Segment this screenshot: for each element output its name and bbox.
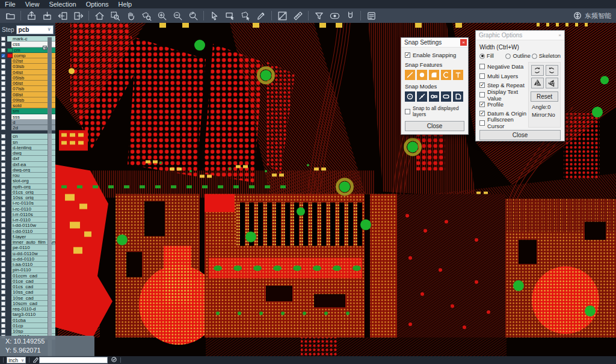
layer-checkbox[interactable] bbox=[1, 251, 5, 256]
layer-checkbox[interactable] bbox=[1, 312, 5, 316]
panel-icon[interactable] bbox=[363, 9, 379, 22]
layer-checkbox[interactable] bbox=[1, 173, 5, 177]
checkbox[interactable] bbox=[479, 120, 485, 126]
rotate-cw-button[interactable] bbox=[531, 65, 544, 76]
layer-checkbox[interactable] bbox=[1, 279, 5, 283]
radio-outline[interactable]: Outline bbox=[505, 53, 531, 59]
layer-checkbox[interactable] bbox=[1, 196, 5, 200]
layer-checkbox[interactable] bbox=[1, 103, 5, 108]
layer-checkbox[interactable] bbox=[1, 48, 5, 52]
layer-checkbox[interactable] bbox=[1, 223, 5, 227]
import-up-icon[interactable] bbox=[23, 9, 39, 22]
layer-checkbox[interactable] bbox=[1, 212, 5, 217]
rotate-ccw-button[interactable] bbox=[546, 65, 558, 76]
layer-checkbox[interactable] bbox=[1, 190, 5, 194]
check-display-text-value[interactable]: Display Text Value bbox=[479, 90, 527, 100]
unit-select[interactable]: Inch ∨ bbox=[7, 357, 26, 363]
checkbox[interactable] bbox=[479, 92, 485, 97]
menu-view[interactable]: View bbox=[20, 0, 45, 8]
check-negative-data[interactable]: Negative Data bbox=[479, 62, 527, 72]
snap-all-layers-checkbox[interactable] bbox=[405, 109, 410, 114]
layer-checkbox[interactable] bbox=[1, 257, 5, 261]
enable-snapping-row[interactable]: Enable Snapping bbox=[405, 52, 464, 58]
layer-checkbox[interactable] bbox=[1, 218, 5, 222]
layer-checkbox[interactable] bbox=[1, 162, 5, 167]
layer-checkbox[interactable] bbox=[1, 64, 5, 69]
layer-checkbox[interactable] bbox=[1, 87, 5, 91]
checkbox[interactable] bbox=[479, 102, 485, 107]
menu-file[interactable]: File bbox=[0, 0, 20, 8]
enable-snapping-checkbox[interactable] bbox=[405, 52, 410, 58]
close-icon[interactable] bbox=[556, 32, 563, 39]
layer-checkbox[interactable] bbox=[1, 179, 5, 183]
snap-dialog-titlebar[interactable]: Snap Settings bbox=[401, 38, 468, 48]
mirror-vertical-button[interactable] bbox=[546, 78, 558, 88]
layer-checkbox[interactable] bbox=[1, 70, 5, 75]
layer-checkbox[interactable] bbox=[1, 324, 5, 328]
layer-checkbox[interactable] bbox=[1, 307, 5, 311]
layer-checkbox[interactable] bbox=[1, 151, 5, 155]
open-folder-icon[interactable] bbox=[2, 9, 18, 22]
layer-checkbox[interactable] bbox=[1, 285, 5, 289]
checkbox[interactable] bbox=[479, 64, 485, 69]
reset-button[interactable]: Reset bbox=[531, 91, 558, 102]
layer-checkbox[interactable] bbox=[1, 126, 5, 130]
graphic-dialog-titlebar[interactable]: Graphic Options bbox=[476, 31, 564, 40]
snap-text-icon[interactable] bbox=[453, 70, 463, 80]
zoom-window-icon[interactable] bbox=[107, 9, 123, 22]
layer-checkbox[interactable] bbox=[1, 81, 5, 85]
checkbox[interactable] bbox=[479, 73, 485, 79]
select-arrow-icon[interactable] bbox=[206, 9, 222, 22]
filter-icon[interactable] bbox=[311, 9, 327, 22]
snap-surface-icon[interactable] bbox=[429, 70, 439, 80]
layer-checkbox[interactable] bbox=[1, 318, 5, 322]
layer-checkbox[interactable] bbox=[1, 290, 5, 294]
select-polygon-icon[interactable] bbox=[238, 9, 253, 22]
layer-checkbox[interactable] bbox=[1, 59, 5, 63]
layer-checkbox[interactable] bbox=[1, 54, 5, 58]
layer-checkbox[interactable] bbox=[1, 207, 5, 211]
layer-grid-icon[interactable] bbox=[43, 46, 47, 50]
snap-all-layers-row[interactable]: Snap to all displayed layers bbox=[405, 105, 464, 117]
import-down-icon[interactable] bbox=[39, 9, 55, 22]
layer-checkbox[interactable] bbox=[1, 268, 5, 272]
layer-checkbox[interactable] bbox=[1, 109, 5, 113]
radio-skeleton[interactable]: Skeleton bbox=[532, 53, 561, 59]
layer-checkbox[interactable] bbox=[1, 245, 5, 250]
layer-checkbox[interactable] bbox=[1, 140, 5, 144]
layer-checkbox[interactable] bbox=[1, 229, 5, 233]
check-fullscreen-cursor[interactable]: Fullscreen Cursor bbox=[479, 119, 527, 128]
save-right-icon[interactable] bbox=[70, 9, 86, 22]
layer-checkbox[interactable] bbox=[1, 185, 5, 189]
snap-line-point-icon[interactable] bbox=[417, 91, 427, 102]
checkbox[interactable] bbox=[479, 111, 485, 116]
layer-checkbox[interactable] bbox=[1, 42, 5, 46]
zoom-out-icon[interactable] bbox=[170, 9, 185, 22]
zoom-previous-icon[interactable] bbox=[185, 9, 201, 22]
layer-checkbox[interactable] bbox=[1, 146, 5, 150]
layer-checkbox[interactable] bbox=[1, 235, 5, 239]
layer-checkbox[interactable] bbox=[1, 120, 5, 125]
apply-icon[interactable] bbox=[111, 356, 117, 364]
measure-tool-icon[interactable] bbox=[290, 9, 306, 22]
mirror-horizontal-button[interactable] bbox=[531, 78, 544, 88]
zoom-in-icon[interactable] bbox=[154, 9, 170, 22]
snap-center-icon[interactable] bbox=[405, 91, 415, 102]
select-rect-icon[interactable] bbox=[222, 9, 238, 22]
layer-checkbox[interactable] bbox=[1, 201, 5, 205]
load-left-icon[interactable] bbox=[55, 9, 70, 22]
layer-checkbox[interactable] bbox=[1, 76, 5, 80]
layer-checkbox[interactable] bbox=[1, 296, 5, 300]
layer-checkbox[interactable] bbox=[1, 93, 5, 97]
layer-checkbox[interactable] bbox=[1, 156, 5, 161]
snap-magnet-icon[interactable] bbox=[342, 9, 358, 22]
layer-checkbox[interactable] bbox=[1, 274, 5, 278]
radio-fill[interactable]: Fill bbox=[479, 53, 505, 59]
step-select[interactable]: pcb ∨ bbox=[16, 25, 54, 34]
snap-line-icon[interactable] bbox=[405, 70, 415, 80]
snap-key-icon[interactable] bbox=[429, 91, 439, 102]
home-icon[interactable] bbox=[91, 9, 107, 22]
command-input[interactable] bbox=[39, 357, 108, 363]
snap-slot-icon[interactable] bbox=[441, 91, 451, 102]
layer-checkbox[interactable] bbox=[1, 262, 5, 267]
